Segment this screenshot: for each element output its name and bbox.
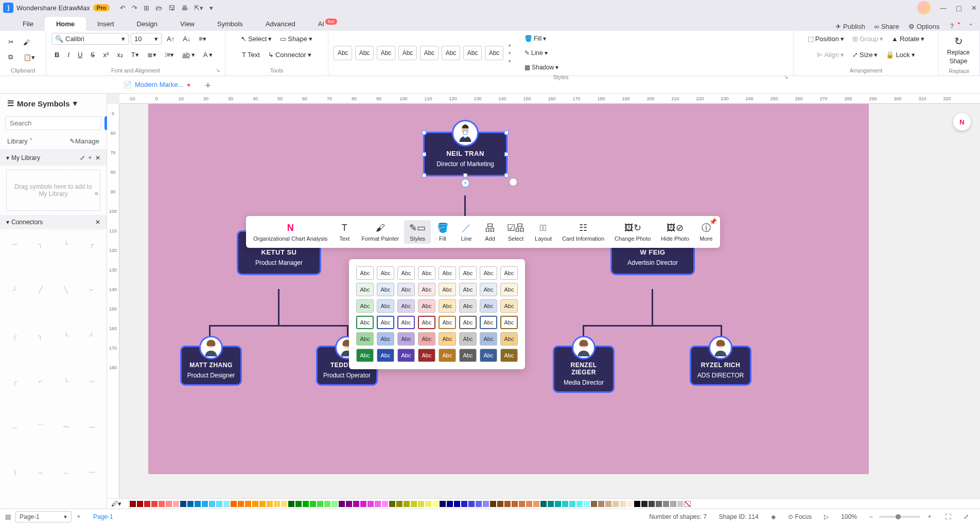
color-swatch[interactable] bbox=[375, 501, 381, 507]
page-select[interactable]: Page-1 ▾ bbox=[15, 511, 72, 522]
position-button[interactable]: ⬚ Position▾ bbox=[804, 33, 847, 45]
style-swatch[interactable]: Abc bbox=[397, 266, 415, 280]
float-card-info[interactable]: ☷Card Information bbox=[557, 220, 609, 244]
connector-shape[interactable]: ─ bbox=[4, 233, 26, 254]
style-swatch[interactable]: Abc bbox=[439, 283, 456, 296]
connector-shape[interactable]: └ bbox=[56, 233, 77, 254]
styles-launcher[interactable]: ↘ bbox=[784, 74, 788, 80]
connector-shape[interactable]: ╱ bbox=[30, 279, 51, 300]
menu-design[interactable]: Design bbox=[126, 17, 169, 31]
color-swatch[interactable] bbox=[584, 501, 590, 507]
rotate-button[interactable]: ▲ Rotate▾ bbox=[888, 33, 927, 45]
style-swatch[interactable]: Abc bbox=[439, 299, 456, 313]
connectors-close-icon[interactable]: ✕ bbox=[95, 219, 100, 226]
more-symbols-header[interactable]: ☰ More Symbols▾ bbox=[0, 94, 107, 113]
style-swatch[interactable]: Abc bbox=[480, 332, 497, 346]
color-swatch[interactable] bbox=[526, 501, 532, 507]
paste-button[interactable]: 📋▾ bbox=[20, 51, 38, 63]
redo-button[interactable]: ↷ bbox=[132, 4, 137, 12]
color-swatch[interactable] bbox=[432, 501, 439, 507]
connector-shape[interactable]: ∼ bbox=[30, 463, 51, 483]
close-button[interactable]: ✕ bbox=[971, 4, 977, 12]
font-size-select[interactable]: 10▾ bbox=[131, 33, 162, 45]
color-swatch[interactable] bbox=[137, 501, 143, 507]
style-swatch[interactable]: Abc bbox=[418, 299, 435, 313]
float-change-photo[interactable]: 🖼↻Change Photo bbox=[609, 220, 656, 244]
color-swatch[interactable] bbox=[663, 501, 669, 507]
focus-button[interactable]: ⊙ Focus bbox=[788, 513, 812, 520]
style-swatch[interactable]: Abc bbox=[418, 349, 435, 362]
color-swatch[interactable] bbox=[238, 501, 244, 507]
color-swatch[interactable] bbox=[187, 501, 194, 507]
color-swatch[interactable] bbox=[367, 501, 374, 507]
color-swatch[interactable] bbox=[382, 501, 388, 507]
bold-button[interactable]: B bbox=[51, 49, 62, 61]
style-swatch[interactable]: Abc bbox=[442, 46, 460, 60]
undo-button[interactable]: ↶ bbox=[120, 4, 126, 12]
float-fill[interactable]: 🪣Fill bbox=[431, 220, 454, 244]
style-swatch[interactable]: Abc bbox=[398, 46, 417, 60]
color-swatch[interactable] bbox=[281, 501, 287, 507]
pin-icon[interactable]: 📌 bbox=[709, 218, 717, 225]
org-node[interactable]: MATT ZHANG Product Designer bbox=[180, 346, 242, 386]
style-swatch[interactable]: Abc bbox=[397, 299, 415, 313]
style-gallery[interactable]: Abc Abc Abc Abc Abc Abc Abc Abc bbox=[334, 46, 503, 60]
color-swatch[interactable] bbox=[649, 501, 655, 507]
style-swatch[interactable]: Abc bbox=[480, 283, 497, 296]
float-org-analysis[interactable]: NOrganizational Chart Analysis bbox=[248, 220, 332, 244]
style-swatch[interactable]: Abc bbox=[356, 283, 374, 296]
style-swatch[interactable]: Abc bbox=[459, 299, 477, 313]
connector-shape[interactable]: ┌ bbox=[4, 371, 26, 391]
rotate-handle[interactable] bbox=[509, 178, 517, 186]
style-swatch[interactable]: Abc bbox=[377, 266, 394, 280]
color-swatch[interactable] bbox=[411, 501, 417, 507]
connector-shape[interactable]: ─ bbox=[81, 371, 102, 391]
color-swatch[interactable] bbox=[173, 501, 179, 507]
connector-shape[interactable]: ┌ bbox=[4, 325, 26, 346]
color-swatch[interactable] bbox=[468, 501, 475, 507]
connector-shape[interactable]: ┘ bbox=[81, 325, 102, 346]
open-button[interactable]: 🗁 bbox=[155, 4, 162, 12]
connector-shape[interactable]: ⏦ bbox=[56, 463, 77, 483]
float-format-painter[interactable]: 🖌Format Painter bbox=[356, 220, 404, 244]
color-swatch[interactable] bbox=[122, 501, 129, 507]
color-swatch[interactable] bbox=[497, 501, 503, 507]
menu-home[interactable]: Home bbox=[45, 17, 86, 31]
color-swatch[interactable] bbox=[295, 501, 302, 507]
style-swatch[interactable]: Abc bbox=[397, 332, 415, 346]
float-add[interactable]: 品Add bbox=[478, 220, 502, 244]
decrease-font-button[interactable]: A↓ bbox=[180, 33, 194, 45]
connector-shape[interactable]: ╲ bbox=[56, 279, 77, 300]
style-scroll-up[interactable]: ▴ bbox=[509, 42, 511, 47]
color-swatch[interactable] bbox=[389, 501, 395, 507]
color-swatch[interactable] bbox=[209, 501, 215, 507]
style-swatch[interactable]: Abc bbox=[397, 283, 415, 296]
style-scroll-down[interactable]: ▾ bbox=[509, 50, 511, 56]
document-tab[interactable]: 📄 Modern Marke... ● bbox=[117, 78, 197, 92]
color-swatch[interactable] bbox=[223, 501, 230, 507]
style-swatch[interactable]: Abc bbox=[459, 332, 477, 346]
mylib-add-icon[interactable]: ＋ bbox=[87, 153, 93, 162]
manage-button[interactable]: ✎Manage bbox=[69, 137, 99, 145]
style-swatch[interactable]: Abc bbox=[356, 266, 374, 280]
maximize-button[interactable]: ▢ bbox=[956, 4, 962, 12]
menu-advanced[interactable]: Advanced bbox=[254, 17, 307, 31]
color-swatch[interactable] bbox=[670, 501, 676, 507]
copy-button[interactable]: ⧉ bbox=[5, 51, 17, 63]
style-swatch[interactable]: Abc bbox=[500, 316, 518, 329]
mylib-close-icon[interactable]: ✕ bbox=[95, 154, 100, 161]
color-swatch[interactable] bbox=[555, 501, 561, 507]
connector-shape[interactable]: ︵ bbox=[4, 417, 26, 438]
style-swatch[interactable]: Abc bbox=[459, 283, 477, 296]
share-button[interactable]: ∞ Share bbox=[874, 23, 899, 30]
style-swatch[interactable]: Abc bbox=[418, 332, 435, 346]
color-swatch[interactable] bbox=[461, 501, 467, 507]
color-swatch[interactable] bbox=[540, 501, 547, 507]
style-swatch[interactable]: Abc bbox=[480, 299, 497, 313]
style-swatch[interactable]: Abc bbox=[334, 46, 352, 60]
color-swatch[interactable] bbox=[483, 501, 489, 507]
highlight-button[interactable]: ab▾ bbox=[179, 49, 198, 61]
org-node-root[interactable]: NEIL TRAN Director of Marketing + bbox=[423, 132, 507, 176]
color-swatch[interactable] bbox=[425, 501, 431, 507]
float-layout[interactable]: 品̂Layout bbox=[530, 220, 557, 244]
